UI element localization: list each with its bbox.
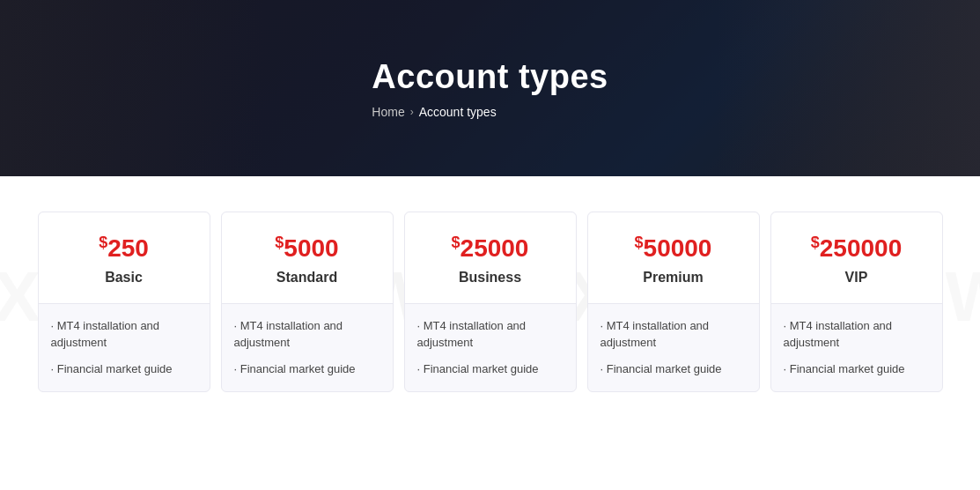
feature-item: MT4 installation and adjustment bbox=[784, 318, 930, 350]
card-amount-basic: $250 bbox=[53, 234, 195, 263]
hero-shape-left bbox=[0, 0, 264, 176]
card-name-premium: Premium bbox=[602, 270, 745, 286]
dollar-sign: $ bbox=[452, 234, 461, 251]
card-features-business: MT4 installation and adjustment Financia… bbox=[405, 304, 576, 391]
feature-item: MT4 installation and adjustment bbox=[601, 318, 747, 350]
feature-item: Financial market guide bbox=[51, 361, 197, 377]
card-header-business: $25000 Business bbox=[405, 212, 576, 304]
account-card-premium[interactable]: $50000 Premium MT4 installation and adju… bbox=[587, 212, 760, 392]
card-features-premium: MT4 installation and adjustment Financia… bbox=[588, 304, 759, 391]
feature-item: Financial market guide bbox=[234, 361, 380, 377]
card-name-vip: VIP bbox=[785, 270, 928, 286]
cards-section: FX WikiFX W $250 Basic MT4 installation … bbox=[0, 176, 980, 419]
card-features-vip: MT4 installation and adjustment Financia… bbox=[771, 304, 942, 391]
card-amount-standard: $5000 bbox=[236, 234, 379, 263]
dollar-sign: $ bbox=[635, 234, 644, 251]
card-features-standard: MT4 installation and adjustment Financia… bbox=[222, 304, 393, 391]
card-name-standard: Standard bbox=[236, 270, 379, 286]
card-amount-business: $25000 bbox=[419, 234, 562, 263]
card-amount-vip: $250000 bbox=[785, 234, 928, 263]
account-card-standard[interactable]: $5000 Standard MT4 installation and adju… bbox=[221, 212, 394, 392]
card-header-premium: $50000 Premium bbox=[588, 212, 759, 304]
hero-content: Account types Home › Account types bbox=[372, 58, 608, 119]
page-title: Account types bbox=[372, 58, 608, 96]
account-card-business[interactable]: $25000 Business MT4 installation and adj… bbox=[404, 212, 577, 392]
feature-item: MT4 installation and adjustment bbox=[417, 318, 564, 350]
account-cards-grid: $250 Basic MT4 installation and adjustme… bbox=[18, 212, 962, 392]
account-card-vip[interactable]: $250000 VIP MT4 installation and adjustm… bbox=[770, 212, 943, 392]
feature-item: Financial market guide bbox=[784, 361, 930, 377]
breadcrumb: Home › Account types bbox=[372, 105, 608, 119]
hero-section: Account types Home › Account types bbox=[0, 0, 980, 176]
hero-shape-right bbox=[716, 0, 980, 176]
feature-item: MT4 installation and adjustment bbox=[51, 318, 197, 350]
feature-item: Financial market guide bbox=[417, 361, 564, 377]
card-header-standard: $5000 Standard bbox=[222, 212, 393, 304]
card-header-basic: $250 Basic bbox=[39, 212, 210, 304]
breadcrumb-home-link[interactable]: Home bbox=[372, 105, 404, 119]
breadcrumb-current: Account types bbox=[419, 105, 497, 119]
feature-item: MT4 installation and adjustment bbox=[234, 318, 380, 350]
breadcrumb-separator: › bbox=[410, 106, 414, 118]
feature-item: Financial market guide bbox=[601, 361, 747, 377]
card-header-vip: $250000 VIP bbox=[771, 212, 942, 304]
card-name-business: Business bbox=[419, 270, 562, 286]
dollar-sign: $ bbox=[99, 234, 107, 251]
dollar-sign: $ bbox=[275, 234, 284, 251]
card-name-basic: Basic bbox=[53, 270, 195, 286]
card-features-basic: MT4 installation and adjustment Financia… bbox=[39, 304, 210, 391]
card-amount-premium: $50000 bbox=[602, 234, 745, 263]
dollar-sign: $ bbox=[811, 234, 820, 251]
account-card-basic[interactable]: $250 Basic MT4 installation and adjustme… bbox=[38, 212, 210, 392]
